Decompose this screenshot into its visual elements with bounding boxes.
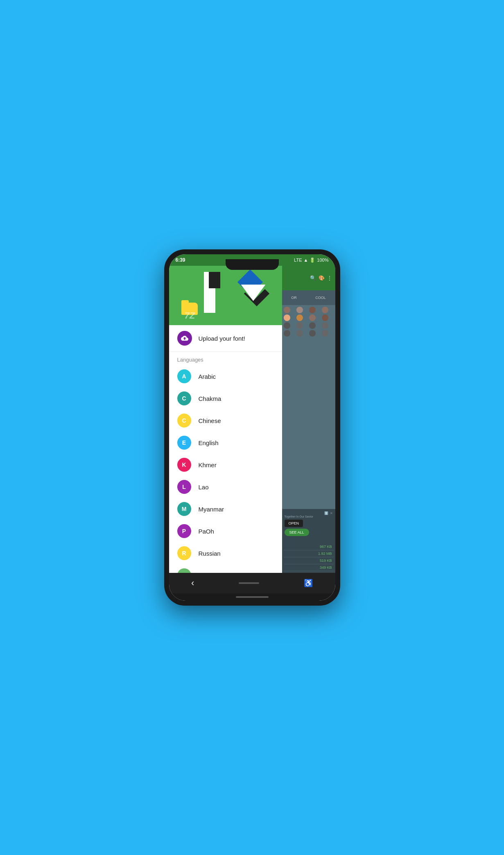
right-panel-header: 🔍 🎨 ⋮ [282,266,335,290]
language-item[interactable]: CChakma [169,387,282,409]
lang-name: Arabic [199,373,216,380]
lang-circle: S [177,568,191,573]
lang-name: English [199,439,219,446]
lang-circle: C [177,414,191,428]
lang-name: Shan [199,572,213,573]
language-item[interactable]: CChinese [169,409,282,432]
see-all-button[interactable]: SEE ALL [285,529,309,536]
lang-circle: K [177,458,191,472]
language-item[interactable]: MMyanmar [169,498,282,520]
lang-name: Lao [199,484,209,491]
lang-circle: E [177,436,191,450]
notch [226,259,279,270]
file-size-4: 349 KB [284,564,334,571]
lang-circle: P [177,524,191,538]
right-panel-ad: ℹ️ ✕ Together In Our Savior OPEN SEE ALL [282,509,335,542]
open-button[interactable]: OPEN [285,520,303,527]
accessibility-button[interactable]: ♿ [304,579,313,588]
battery-icon: 🔋 [310,258,315,263]
upload-font-row[interactable]: Upload your font! [169,325,282,352]
lang-circle: M [177,502,191,516]
upload-label: Upload your font! [199,335,245,342]
file-sizes-panel: 967 KB 1.92 MB 519 KB 349 KB [282,542,335,573]
lte-icon: LTE [294,258,302,262]
signal-icon: ▲ [303,258,308,262]
phone-bottom-bar [169,593,335,601]
language-item[interactable]: LLao [169,476,282,498]
language-item[interactable]: KKhmer [169,454,282,476]
languages-header: Languages [169,352,282,365]
app-header-bg: 7Z [169,266,282,325]
lang-name: Myanmar [199,506,224,513]
dropbox-logo [241,273,266,303]
status-time: 6:39 [176,257,185,263]
cloud-upload-svg [181,335,188,342]
nav-bar: ‹ ♿ [169,573,335,593]
battery-percent: 100% [317,258,328,262]
app-header: 7Z [169,266,282,325]
phone-screen: 6:39 LTE ▲ 🔋 100% 🔍 🎨 ⋮ OR COOL [169,254,335,601]
lang-circle: A [177,369,191,383]
phone-device: 6:39 LTE ▲ 🔋 100% 🔍 🎨 ⋮ OR COOL [164,249,340,606]
language-item[interactable]: RRussian [169,542,282,564]
language-item[interactable]: SShan [169,564,282,573]
lang-circle: L [177,480,191,494]
lang-name: PaOh [199,528,214,535]
background-app-panel: 🔍 🎨 ⋮ OR COOL [282,266,335,573]
language-item[interactable]: AArabic [169,365,282,387]
lang-name: Khmer [199,461,217,468]
tab-or: OR [291,296,297,300]
palette-icon: 🎨 [319,275,325,281]
main-panel: 7Z Upload your font! [169,266,282,573]
file-size-2: 1.92 MB [284,550,334,557]
lang-name: Russian [199,550,221,557]
font-text-decoration: 7Z [185,310,195,321]
language-item[interactable]: EEnglish [169,432,282,454]
more-icon: ⋮ [327,275,332,281]
home-button[interactable] [239,582,259,584]
lang-name: Chinese [199,417,221,424]
lang-name: Chakma [199,395,221,402]
lang-circle: C [177,391,191,405]
language-item[interactable]: PPaOh [169,520,282,542]
right-panel-tabs: OR COOL [282,290,335,305]
bottom-indicator [236,596,269,598]
file-size-3: 519 KB [284,557,334,564]
tab-cool: COOL [315,296,326,300]
lang-circle: R [177,546,191,560]
language-list: AArabicCChakmaCChineseEEnglishKKhmerLLao… [169,365,282,573]
search-icon: 🔍 [310,275,316,281]
file-size-1: 967 KB [284,543,334,550]
ad-text: Together In Our Savior [285,515,333,518]
upload-icon [177,331,192,346]
info-icon: ℹ️ [324,511,328,515]
black-square-decoration [209,272,220,288]
main-content: Upload your font! Languages AArabicCChak… [169,325,282,573]
back-button[interactable]: ‹ [191,578,194,588]
close-icon: ✕ [330,511,333,515]
status-icons: LTE ▲ 🔋 100% [294,258,328,263]
emoji-grid [282,305,335,509]
